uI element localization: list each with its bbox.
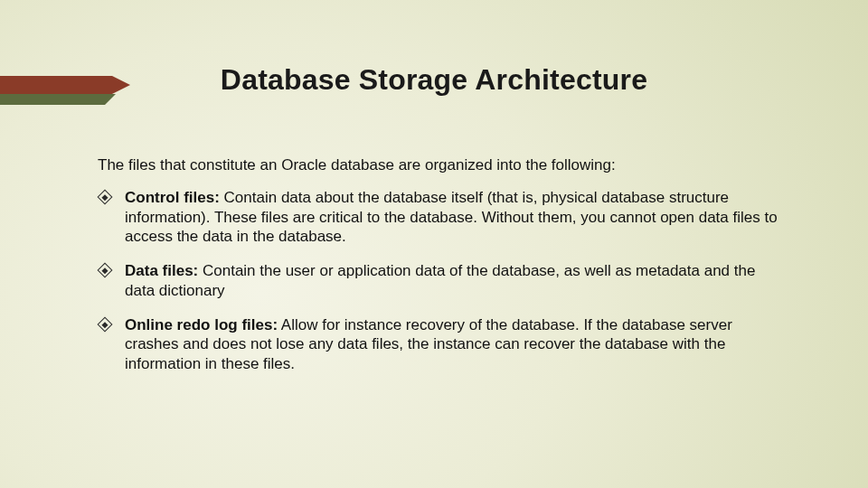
list-item-term: Online redo log files: bbox=[125, 316, 278, 333]
diamond-bullet-icon bbox=[98, 189, 113, 204]
list-item-desc: Contain data about the database itself (… bbox=[125, 189, 778, 246]
list-item-term: Control files: bbox=[125, 189, 220, 206]
list-item: Control files: Contain data about the da… bbox=[98, 188, 785, 247]
slide: Database Storage Architecture The files … bbox=[0, 0, 868, 488]
slide-body: The files that constitute an Oracle data… bbox=[98, 155, 785, 389]
diamond-bullet-icon bbox=[98, 316, 113, 332]
list-item: Online redo log files: Allow for instanc… bbox=[98, 315, 785, 374]
list-item-desc: Contain the user or application data of … bbox=[125, 262, 755, 299]
intro-text: The files that constitute an Oracle data… bbox=[98, 155, 785, 175]
bullet-list: Control files: Contain data about the da… bbox=[98, 188, 785, 374]
diamond-bullet-icon bbox=[98, 263, 113, 278]
list-item: Data files: Contain the user or applicat… bbox=[98, 261, 785, 301]
accent-shadow bbox=[0, 94, 105, 105]
accent-arrow bbox=[0, 76, 112, 94]
list-item-term: Data files: bbox=[125, 262, 198, 279]
slide-title: Database Storage Architecture bbox=[0, 63, 868, 97]
